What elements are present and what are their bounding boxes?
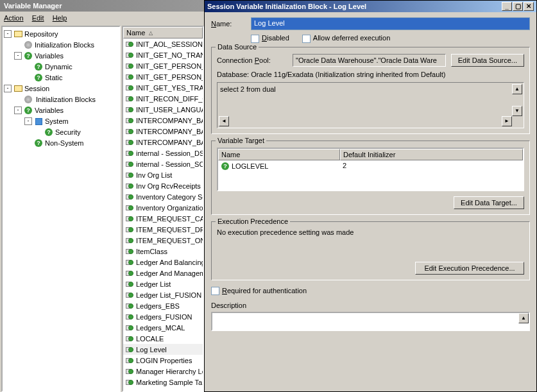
expander-icon[interactable]: -	[4, 30, 12, 38]
init-block-icon	[124, 225, 135, 234]
variable-icon: ?	[221, 162, 230, 171]
list-item[interactable]: INIT_USER_LANGUA	[123, 104, 203, 115]
expander-icon[interactable]: -	[14, 107, 22, 114]
minimize-button[interactable]: _	[502, 2, 512, 11]
list-item[interactable]: Ledger List	[123, 278, 203, 289]
scroll-left-icon[interactable]: ◄	[219, 116, 229, 126]
tree-session[interactable]: Session	[24, 85, 49, 92]
allow-deferred-checkbox[interactable]: Allow deferred execution	[302, 34, 390, 43]
list-panel[interactable]: Name △ INIT_AOL_SESSION_INIT_GET_NO_TRAN…	[122, 26, 204, 392]
list-item[interactable]: INIT_GET_NO_TRAN	[123, 49, 203, 60]
grid-col-name[interactable]: Name	[218, 149, 340, 160]
name-input[interactable]: Log Level	[251, 17, 530, 30]
menu-action[interactable]: Action	[4, 14, 24, 22]
init-block-icon	[124, 247, 135, 256]
list-item[interactable]: INIT_RECON_DIFF_C	[123, 93, 203, 104]
list-item[interactable]: Inv Org List	[123, 169, 203, 180]
question-icon: ?	[44, 128, 53, 137]
grid-row[interactable]: ? LOGLEVEL 2	[218, 160, 523, 172]
list-item[interactable]: INIT_AOL_SESSION_	[123, 38, 203, 49]
list-item[interactable]: INIT_GET_PERSON_	[123, 60, 203, 71]
scroll-right-icon[interactable]: ►	[502, 116, 512, 126]
scroll-down-icon[interactable]: ▼	[512, 106, 522, 116]
cube-icon	[34, 117, 43, 126]
list-item-label: Inventory Category Se	[136, 193, 203, 201]
expander-icon[interactable]: -	[4, 85, 12, 92]
menu-edit[interactable]: Edit	[32, 14, 44, 22]
tree-repo-init[interactable]: Initialization Blocks	[35, 41, 94, 49]
tree-security[interactable]: Security	[55, 128, 81, 136]
list-item[interactable]: Ledgers_EBS	[123, 300, 203, 311]
init-block-icon	[124, 258, 135, 267]
list-item-label: INIT_USER_LANGUA	[136, 106, 203, 114]
tree-static[interactable]: Static	[45, 74, 63, 81]
dialog-titlebar[interactable]: Session Variable Initialization Block - …	[205, 1, 536, 12]
edit-data-source-button[interactable]: Edit Data Source...	[451, 54, 524, 67]
sql-text-area[interactable]: select 2 from dual ▲ ▼ ◄ ►	[217, 82, 524, 128]
list-item[interactable]: INTERCOMPANY_BA	[123, 115, 203, 126]
list-item[interactable]: INTERCOMPANY_BA	[123, 137, 203, 148]
list-header-name[interactable]: Name △	[123, 27, 203, 38]
tree-spacer	[35, 128, 42, 136]
data-source-legend: Data Source	[216, 43, 259, 51]
tree-repository[interactable]: Repository	[24, 30, 58, 38]
list-item[interactable]: ITEM_REQUEST_CA	[123, 213, 203, 224]
list-item[interactable]: internal - Session_DSN	[123, 148, 203, 158]
description-textarea[interactable]: ▲	[211, 312, 530, 331]
list-item[interactable]: Ledger And Managem	[123, 268, 203, 278]
list-item[interactable]: ITEM_REQUEST_ON	[123, 235, 203, 246]
disabled-checkbox[interactable]: Disabled	[251, 34, 289, 43]
variable-target-legend: Variable Target	[216, 137, 266, 144]
connection-pool-field[interactable]: "Oracle Data Warehouse"."Oracle Data War…	[293, 54, 446, 67]
list-item[interactable]: Log Level	[123, 344, 203, 355]
tree-system[interactable]: System	[45, 117, 69, 125]
data-source-group: Data Source Connection Pool: "Oracle Dat…	[211, 47, 530, 134]
list-item[interactable]: Inv Org RcvReceipts l	[123, 180, 203, 191]
gear-icon	[24, 40, 33, 49]
tree-panel[interactable]: - Repository Initialization Blocks - ? V…	[1, 26, 121, 392]
variable-target-grid[interactable]: Name Default Initializer ? LOGLEVEL 2	[217, 148, 524, 191]
list-item-label: Ledger And Managem	[136, 269, 203, 277]
list-item-label: Inventory Organization	[136, 204, 203, 212]
menu-help[interactable]: Help	[53, 14, 67, 22]
expander-icon[interactable]: -	[14, 52, 22, 60]
list-item[interactable]: LOGIN Properties	[123, 355, 203, 366]
scroll-up-icon[interactable]: ▲	[518, 313, 529, 323]
grid-col-init[interactable]: Default Initializer	[340, 149, 523, 160]
tree-nonsystem[interactable]: Non-System	[45, 139, 84, 147]
tree-spacer	[24, 74, 32, 81]
execution-precedence-legend: Execution Precedence	[216, 217, 290, 225]
close-button[interactable]: ✕	[524, 2, 534, 11]
tree-sess-vars[interactable]: Variables	[35, 107, 64, 114]
list-item[interactable]: Ledgers_FUSION	[123, 311, 203, 322]
tree-sess-init[interactable]: Initialization Blocks	[35, 96, 97, 103]
tree-repo-vars[interactable]: Variables	[35, 52, 64, 60]
init-block-icon	[124, 171, 135, 180]
tree-dynamic[interactable]: Dynamic	[45, 63, 72, 71]
scroll-up-icon[interactable]: ▲	[512, 84, 522, 94]
list-item[interactable]: ITEM_REQUEST_DR	[123, 224, 203, 235]
list-item[interactable]: INTERCOMPANY_BA	[123, 126, 203, 137]
init-block-icon	[124, 312, 135, 321]
expander-icon[interactable]: -	[24, 117, 32, 125]
list-item[interactable]: Marketing Sample Tab	[123, 377, 203, 388]
list-item[interactable]: INIT_GET_PERSON_	[123, 71, 203, 82]
list-item[interactable]: INIT_GET_YES_TRA	[123, 82, 203, 93]
required-auth-checkbox[interactable]: Required for authentication	[211, 287, 530, 296]
edit-exec-precedence-button[interactable]: Edit Execution Precedence...	[415, 262, 524, 275]
list-item[interactable]: Ledger And Balancing	[123, 257, 203, 268]
list-item[interactable]: Inventory Category Se	[123, 191, 203, 202]
name-label: Name:	[211, 20, 251, 28]
edit-data-target-button[interactable]: Edit Data Target...	[454, 196, 524, 209]
init-block-icon	[124, 138, 135, 147]
list-item[interactable]: internal - Session_SCH	[123, 158, 203, 169]
list-item[interactable]: ItemClass	[123, 246, 203, 257]
list-item[interactable]: Ledgers_MCAL	[123, 322, 203, 333]
init-block-icon	[124, 116, 135, 125]
list-item[interactable]: LOCALE	[123, 333, 203, 344]
list-item[interactable]: Ledger List_FUSION	[123, 289, 203, 300]
list-item[interactable]: Manager Hierarchy Le	[123, 366, 203, 377]
maximize-button[interactable]: ▢	[513, 2, 523, 11]
init-block-icon	[124, 192, 135, 201]
list-item[interactable]: Inventory Organization	[123, 202, 203, 213]
